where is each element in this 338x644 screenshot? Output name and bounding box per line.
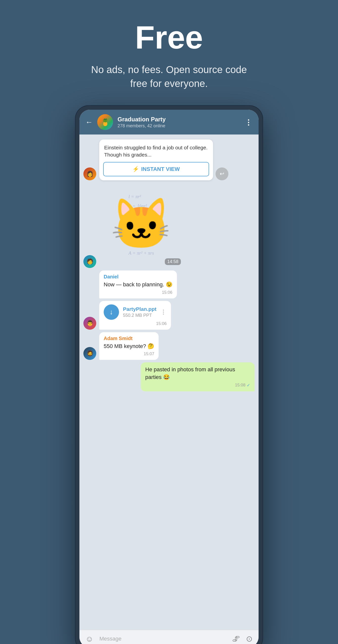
own-bubble: He pasted in photos from all previous pa…: [141, 362, 255, 391]
sticker-timestamp: 14:58: [165, 258, 181, 265]
daniel-message-text: Now — back to planning. 😉: [104, 281, 172, 288]
phone-frame: ← 🍍 Graduation Party 278 members, 42 onl…: [75, 105, 263, 644]
adam-message-time: 15:07: [104, 352, 154, 356]
sender-avatar-man3: 🧔: [83, 347, 96, 360]
adam-message-row: 🧔 Adam Smidt 550 MB keynote? 🤔 15:07: [83, 332, 255, 360]
hero-title: Free: [10, 20, 328, 55]
group-info: Graduation Party 278 members, 42 online: [117, 116, 240, 128]
sticker-sender-avatar: 🧑: [83, 255, 96, 268]
adam-sender-name: Adam Smidt: [104, 336, 154, 341]
forward-button[interactable]: ↩: [216, 168, 228, 180]
chat-body: 👩 Einstein struggled to find a job out o…: [79, 134, 259, 630]
daniel-bubble: Daniel Now — back to planning. 😉 15:06: [99, 270, 177, 298]
adam-bubble: Adam Smidt 550 MB keynote? 🤔 15:07: [99, 332, 159, 360]
back-button[interactable]: ←: [85, 118, 93, 126]
file-name: PartyPlan.ppt: [123, 306, 156, 312]
own-message-time: 15:08 ✓: [145, 383, 250, 388]
emoji-button[interactable]: ☺: [85, 634, 93, 644]
hero-section: Free No ads, no fees. Open source code f…: [0, 0, 338, 105]
lightning-icon: ⚡: [132, 166, 139, 172]
read-check-icon: ✓: [247, 383, 250, 388]
sticker-row: l = πr² A = ⅓πr² V = l² P = 2πr A = πr² …: [99, 183, 255, 268]
own-message-row: He pasted in photos from all previous pa…: [83, 362, 255, 391]
chat-header: ← 🍍 Graduation Party 278 members, 42 onl…: [79, 110, 259, 134]
daniel-message-row: Daniel Now — back to planning. 😉 15:06: [83, 270, 255, 298]
article-message-row: 👩 Einstein struggled to find a job out o…: [83, 140, 255, 180]
cat-sticker: 🐱: [110, 199, 172, 249]
group-avatar: 🍍: [97, 114, 113, 130]
sender-avatar-man1: 🧑: [83, 255, 96, 268]
phone-screen: ← 🍍 Graduation Party 278 members, 42 onl…: [79, 110, 259, 644]
sender-avatar-woman: 👩: [83, 168, 96, 180]
group-name: Graduation Party: [117, 116, 240, 123]
hero-subtitle: No ads, no fees. Open source code free f…: [82, 63, 256, 90]
daniel-sender-name: Daniel: [104, 274, 172, 280]
file-menu-button[interactable]: ⋮: [160, 308, 167, 316]
instant-view-label: INSTANT VIEW: [141, 166, 180, 172]
sticker-container: l = πr² A = ⅓πr² V = l² P = 2πr A = πr² …: [99, 183, 183, 267]
group-status: 278 members, 42 online: [117, 123, 240, 128]
instant-view-button[interactable]: ⚡ INSTANT VIEW: [103, 162, 209, 176]
daniel-message-time: 15:06: [104, 290, 172, 295]
sender-avatar-man2: 👨: [83, 317, 96, 330]
message-input-bar: ☺ Message 🖇 ⊙: [79, 630, 259, 644]
adam-message-text: 550 MB keynote? 🤔: [104, 342, 154, 350]
article-card: Einstein struggled to find a job out of …: [99, 140, 213, 180]
message-input[interactable]: Message: [99, 636, 226, 642]
file-message-time: 15:06: [104, 321, 167, 326]
article-excerpt: Einstein struggled to find a job out of …: [99, 140, 213, 162]
chat-menu-button[interactable]: ⋮: [245, 118, 253, 126]
file-size: 550.2 MB PPT: [123, 313, 156, 318]
file-row: ↓ PartyPlan.ppt 550.2 MB PPT ⋮: [104, 304, 167, 320]
attach-button[interactable]: 🖇: [232, 634, 240, 644]
download-icon: ↓: [110, 308, 113, 316]
file-message-row: 👨 ↓ PartyPlan.ppt 550.2 MB PPT ⋮ 15:06: [83, 301, 255, 330]
own-message-text: He pasted in photos from all previous pa…: [145, 366, 250, 381]
file-info: PartyPlan.ppt 550.2 MB PPT: [123, 306, 156, 318]
file-download-button[interactable]: ↓: [104, 304, 119, 320]
camera-button[interactable]: ⊙: [246, 634, 253, 644]
file-bubble: ↓ PartyPlan.ppt 550.2 MB PPT ⋮ 15:06: [99, 301, 171, 330]
